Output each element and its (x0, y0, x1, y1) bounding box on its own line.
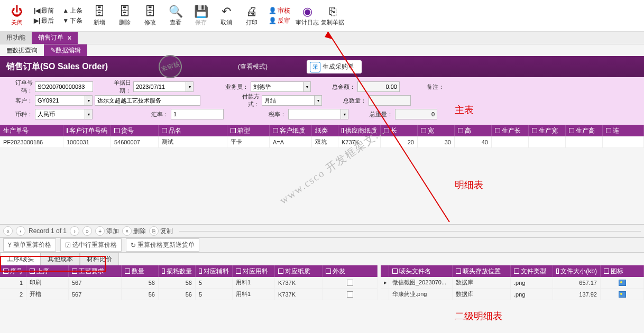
salesman-label: 业务员： (225, 83, 249, 91)
pay-label: 付款方式： (232, 92, 260, 108)
db-delete-icon: 🗄 (119, 5, 131, 18)
total-qty-label: 总数量： (343, 97, 366, 105)
file-row[interactable]: 华康药业.png 数据库 .png 137.92 (381, 289, 644, 300)
rec-prev-button[interactable]: ‹ (16, 226, 25, 236)
total-amt-label: 总金额： (332, 83, 355, 91)
save-button[interactable]: 💾保存 (189, 3, 213, 29)
undo-icon: ↶ (222, 5, 231, 18)
annotation-detail: 明细表 (455, 179, 483, 191)
db-edit-icon: 🗄 (144, 5, 156, 18)
record-text: Record 1 of 1 (29, 227, 67, 235)
tax-input[interactable] (288, 109, 341, 119)
recalc-row-button[interactable]: ☑选中行重算价格 (60, 238, 122, 252)
file-grid: 唛头文件名 唛头存放位置 文件类型 文件大小(kb) 图标 ▸ 微信截图_202… (381, 265, 644, 303)
copy-doc-button[interactable]: ⎘复制单据 (321, 3, 344, 29)
unapproved-seal: 未审核 (155, 52, 185, 81)
currency-label: 币种： (5, 110, 33, 118)
delete-button[interactable]: 🗄删除 (113, 3, 136, 29)
pay-dropdown-icon[interactable]: ▾ (315, 95, 322, 106)
view-button[interactable]: 🔍查看 (164, 3, 187, 29)
tab-process[interactable]: 工序/唛头 (0, 253, 41, 265)
mode-label: (查看模式) (238, 62, 268, 71)
recalc-all-button[interactable]: ¥整单重算价格 (3, 238, 56, 252)
approve-group: 👤审核 👤反审 (269, 6, 290, 25)
rec-del-button[interactable]: ×删除 (122, 226, 146, 236)
remark-label: 备注： (421, 83, 444, 91)
edit-button[interactable]: 🗄修改 (139, 3, 162, 29)
total-amt-input (357, 81, 400, 92)
subtab-query[interactable]: ▦ 数据查询 (0, 44, 44, 56)
cancel-button[interactable]: ↶取消 (215, 3, 238, 29)
date-label: 单据日期： (104, 79, 131, 95)
rec-next-button[interactable]: › (70, 226, 79, 236)
audit-button[interactable]: ◉审计日志 (296, 3, 319, 29)
cust-dropdown-icon[interactable]: ▾ (85, 95, 93, 106)
approve-button[interactable]: 👤审核 (269, 6, 290, 15)
salesman-dropdown-icon[interactable]: ▾ (303, 81, 311, 92)
total-qty-input (369, 95, 411, 106)
db-add-icon: 🗄 (94, 5, 105, 18)
tab-other-cost[interactable]: 其他成本 (41, 253, 80, 265)
rate-input[interactable] (171, 109, 224, 119)
rec-add-button[interactable]: +添加 (95, 226, 119, 236)
image-icon (619, 280, 626, 286)
bottom-split: 序号 上序 工艺要求 数量 损耗数量 对应辅料 对应用料 对应纸质 外发 1 印… (0, 265, 644, 303)
close-tab-icon[interactable]: × (68, 34, 71, 42)
power-icon: ⏻ (11, 5, 23, 18)
process-grid: 序号 上序 工艺要求 数量 损耗数量 对应辅料 对应用料 对应纸质 外发 1 印… (0, 265, 381, 303)
order-no-input[interactable] (35, 81, 93, 92)
generate-po-button[interactable]: 生成采购单 (307, 60, 362, 73)
first-button[interactable]: |◀最前 (34, 6, 54, 15)
tab-functions[interactable]: 用功能 (0, 32, 32, 44)
reject-button[interactable]: 👤反审 (269, 16, 290, 25)
cust-code-input[interactable] (35, 95, 85, 106)
main-grid-body: PF2023000186 1000031 54600007 测试 平卡 A=A … (0, 136, 644, 148)
next-button[interactable]: ▼下条 (62, 16, 82, 25)
record-navigator: « ‹ Record 1 of 1 › » +添加 ×删除 ⎘复制 (0, 224, 644, 238)
total-wt-input (395, 109, 437, 119)
sub-tabs: ▦ 数据查询 ✎ 数据编辑 (0, 44, 644, 56)
title-bar: 销售订单(SO Sales Order) 未审核 (查看模式) 生成采购单 (0, 56, 644, 77)
rate-label: 汇率： (145, 110, 169, 118)
nav-first-last: |◀最前 ▶|最后 (34, 6, 54, 25)
rec-first-button[interactable]: « (3, 226, 13, 236)
print-button[interactable]: 🖨打印 (240, 3, 263, 29)
recalc-delivery-button[interactable]: ↻重算价格更新送货单 (126, 238, 199, 252)
file-row[interactable]: ▸ 微信截图_2023070... 数据库 .png 657.17 (381, 277, 644, 289)
total-wt-label: 总重量： (370, 110, 393, 118)
detail-tabs: 工序/唛头 其他成本 材料比价 (0, 253, 644, 265)
process-row[interactable]: 2 开槽 567 56 56 5 用料1 K737K (0, 289, 378, 300)
close-button[interactable]: ⏻关闭 (5, 3, 29, 29)
add-button[interactable]: 🗄新增 (88, 3, 111, 29)
subtab-edit[interactable]: ✎ 数据编辑 (44, 44, 87, 56)
cust-name-input[interactable] (95, 95, 200, 106)
print-icon: 🖨 (246, 5, 257, 18)
date-dropdown-icon[interactable]: ▾ (186, 81, 194, 92)
process-row[interactable]: 1 印刷 567 56 56 5 用料1 K737K (0, 277, 378, 289)
main-grid-row[interactable]: PF2023000186 1000031 54600007 测试 平卡 A=A … (0, 136, 644, 148)
date-input[interactable] (133, 81, 186, 92)
order-no-label: 订单号码： (5, 79, 33, 95)
audit-icon: ◉ (302, 5, 312, 18)
checkbox[interactable] (347, 280, 353, 286)
rec-copy-button[interactable]: ⎘复制 (149, 226, 173, 236)
last-button[interactable]: ▶|最后 (34, 16, 54, 25)
save-icon: 💾 (194, 5, 208, 18)
tab-sales-order[interactable]: 销售订单× (32, 32, 78, 44)
tab-material-price[interactable]: 材料比价 (80, 253, 119, 265)
tax-dropdown-icon[interactable]: ▾ (341, 109, 348, 119)
prev-button[interactable]: ▲上条 (62, 6, 82, 15)
checkbox[interactable] (347, 291, 353, 298)
nav-prev-next: ▲上条 ▼下条 (62, 6, 82, 25)
image-icon (619, 291, 626, 298)
cust-label: 客户： (5, 97, 33, 105)
currency-input[interactable] (35, 109, 85, 119)
pay-input[interactable] (262, 95, 315, 106)
currency-dropdown-icon[interactable]: ▾ (85, 109, 93, 119)
master-form: 订单号码： 单据日期：▾ 业务员：▾ 总金额： 备注： 客户：▾ 付款方式：▾ … (0, 77, 644, 125)
main-toolbar: ⏻关闭 |◀最前 ▶|最后 ▲上条 ▼下条 🗄新增 🗄删除 🗄修改 🔍查看 💾保… (0, 0, 644, 32)
page-title: 销售订单(SO Sales Order) (6, 61, 108, 72)
salesman-input[interactable] (251, 81, 303, 92)
tax-label: 税率： (263, 110, 286, 118)
rec-last-button[interactable]: » (82, 226, 92, 236)
